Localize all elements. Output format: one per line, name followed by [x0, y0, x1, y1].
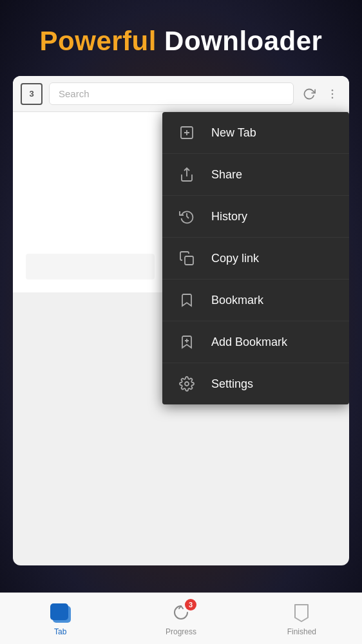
menu-item-settings[interactable]: Settings	[162, 363, 349, 404]
reload-icon[interactable]	[300, 85, 318, 103]
new-tab-icon	[178, 124, 196, 142]
menu-item-new-tab[interactable]: New Tab	[162, 112, 349, 154]
share-label: Share	[211, 168, 242, 182]
title-downloader: Downloader	[164, 26, 322, 56]
copy-link-icon	[178, 249, 196, 267]
bookmark-icon	[178, 291, 196, 309]
tab-count-indicator[interactable]: 3	[21, 83, 43, 105]
dropdown-menu: New Tab Share History	[162, 112, 349, 404]
settings-label: Settings	[211, 377, 253, 391]
browser-container: 3 Search	[13, 76, 349, 565]
menu-item-bookmark[interactable]: Bookmark	[162, 279, 349, 321]
browser-toolbar: 3 Search	[13, 76, 349, 112]
finished-nav-label: Finished	[287, 627, 316, 636]
share-icon	[178, 166, 196, 184]
history-label: History	[211, 210, 247, 223]
menu-item-history[interactable]: History	[162, 196, 349, 238]
toolbar-icons	[300, 85, 341, 103]
tab-nav-icon-wrap	[48, 601, 73, 625]
search-bar[interactable]: Search	[49, 82, 294, 105]
menu-item-share[interactable]: Share	[162, 154, 349, 196]
nav-item-progress[interactable]: 3 Progress	[120, 601, 241, 636]
progress-nav-label: Progress	[166, 627, 196, 636]
svg-point-1	[332, 93, 334, 95]
svg-point-0	[332, 89, 334, 91]
settings-icon	[178, 375, 196, 393]
tab-nav-label: Tab	[54, 627, 66, 636]
search-placeholder: Search	[59, 88, 90, 99]
nav-item-finished[interactable]: Finished	[242, 601, 362, 636]
title-powerful: Powerful	[40, 26, 157, 56]
copy-link-label: Copy link	[211, 252, 259, 265]
bottom-nav: Tab 3 Progress Finished	[0, 592, 362, 644]
history-icon	[178, 207, 196, 225]
header: Powerful Downloader	[0, 0, 362, 70]
bookmark-label: Bookmark	[211, 294, 263, 307]
app-title: Powerful Downloader	[19, 26, 343, 57]
finished-nav-icon-wrap	[289, 601, 314, 625]
progress-badge: 3	[185, 599, 196, 611]
svg-point-2	[332, 97, 334, 99]
menu-item-add-bookmark[interactable]: Add Bookmark	[162, 321, 349, 363]
new-tab-label: New Tab	[211, 126, 256, 140]
content-placeholder	[26, 254, 155, 279]
nav-item-tab[interactable]: Tab	[0, 601, 120, 636]
add-bookmark-icon	[178, 333, 196, 351]
progress-nav-icon-wrap: 3	[168, 601, 194, 625]
add-bookmark-label: Add Bookmark	[211, 336, 287, 349]
more-options-icon[interactable]	[323, 85, 341, 103]
menu-item-copy-link[interactable]: Copy link	[162, 238, 349, 279]
svg-rect-7	[185, 256, 193, 265]
svg-point-10	[185, 382, 189, 386]
